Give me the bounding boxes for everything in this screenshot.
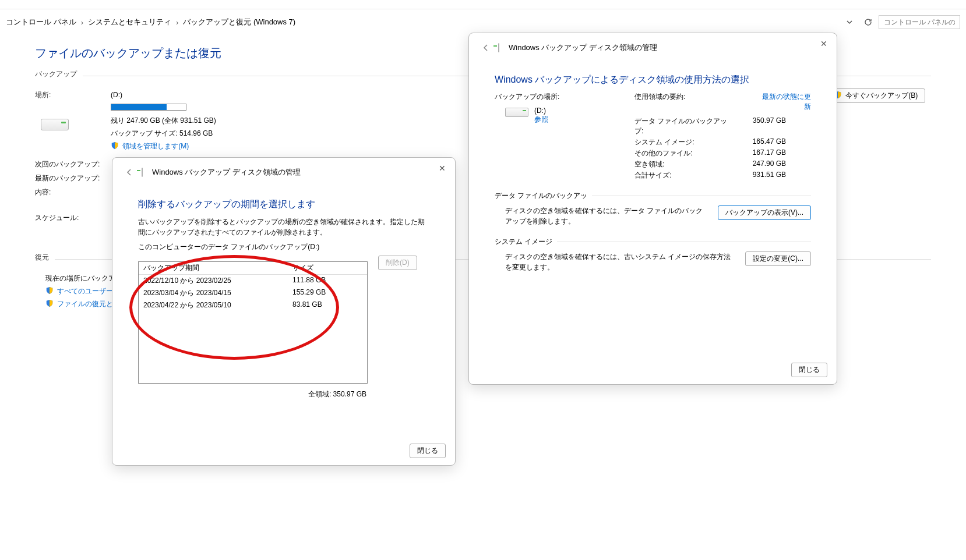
group-description: ディスクの空き領域を確保するには、データ ファイルのバックアップを削除します。 [505, 205, 708, 226]
close-dialog-button[interactable]: 閉じる [410, 444, 446, 458]
summary-label: 空き領域: [634, 160, 734, 169]
summary-label: システム イメージ: [634, 137, 734, 147]
summary-value: 350.97 GB [734, 116, 786, 136]
shield-icon [111, 141, 119, 149]
list-item[interactable]: 2022/12/10 から 2023/02/25111.88 GB [139, 275, 367, 287]
browse-link[interactable]: 参照 [534, 115, 548, 125]
breadcrumb-item[interactable]: システムとセキュリティ [88, 17, 171, 27]
section-header-backup: バックアップ [35, 69, 77, 79]
change-settings-button[interactable]: 設定の変更(C)... [745, 251, 811, 266]
summary-label: その他のファイル: [634, 148, 734, 158]
manage-space-link[interactable]: 領域を管理します(M) [122, 142, 189, 150]
restore-file-link[interactable]: ファイルの復元と [57, 300, 113, 308]
dialog-description: 古いバックアップを削除するとバックアップの場所の空き領域が確保されます。指定した… [138, 217, 429, 238]
refresh-button[interactable] [860, 14, 876, 30]
dialog-title: Windows バックアップ ディスク領域の管理 [509, 42, 657, 53]
list-item[interactable]: 2023/03/04 から 2023/04/15155.29 GB [139, 287, 367, 299]
dialog-heading: 削除するバックアップの期間を選択します [138, 199, 429, 211]
chevron-right-icon: › [175, 18, 179, 27]
label-latest-backup: 最新のバックアップ: [35, 172, 105, 184]
close-dialog-button[interactable]: 閉じる [791, 363, 827, 377]
breadcrumb-item[interactable]: コントロール パネル [6, 17, 76, 27]
breadcrumb-item[interactable]: バックアップと復元 (Windows 7) [183, 17, 295, 27]
back-button[interactable] [480, 41, 492, 54]
column-header-size[interactable]: サイズ [292, 263, 362, 273]
total-space-label: 全領域: 350.97 GB [138, 384, 368, 399]
disk-icon [142, 168, 143, 177]
summary-value: 167.17 GB [734, 148, 786, 158]
delete-button: 削除(D) [378, 256, 417, 270]
summary-value: 165.47 GB [734, 137, 786, 147]
list-item[interactable]: 2023/04/22 から 2023/05/1083.81 GB [139, 299, 367, 311]
backup-period-list[interactable]: バックアップ期間 サイズ 2022/12/10 から 2023/02/25111… [138, 261, 368, 384]
label-schedule: スケジュール: [35, 212, 105, 224]
search-input[interactable] [879, 15, 960, 29]
summary-label: 合計サイズ: [634, 171, 734, 180]
close-button[interactable]: ✕ [433, 160, 452, 176]
label-content: 内容: [35, 186, 105, 198]
address-bar: コントロール パネル › システムとセキュリティ › バックアップと復元 (Wi… [0, 9, 966, 35]
backup-source-label: このコンピューターのデータ ファイルのバックアップ(D:) [138, 242, 429, 252]
summary-label: データ ファイルのバックアップ: [634, 116, 734, 136]
label-next-backup: 次回のバックアップ: [35, 158, 105, 170]
column-header-period[interactable]: バックアップ期間 [143, 263, 292, 273]
disk-usage-bar [111, 104, 186, 111]
drive-letter: (D:) [534, 107, 548, 115]
select-backup-period-dialog: ✕ Windows バックアップ ディスク領域の管理 削除するバックアップの期間… [112, 157, 456, 466]
backup-location-label: バックアップの場所: [495, 92, 629, 102]
group-label-data-files: データ ファイルのバックアッ [495, 191, 587, 201]
refresh-link[interactable]: 最新の状態に更新 [759, 92, 811, 112]
dropdown-button[interactable] [841, 14, 858, 30]
summary-value: 247.90 GB [734, 160, 786, 169]
label-location: 場所: [35, 88, 105, 101]
disk-icon [505, 108, 528, 117]
backup-now-button[interactable]: 今すぐバックアップ(B) [826, 88, 925, 103]
view-backups-button[interactable]: バックアップの表示(V)... [718, 205, 811, 220]
summary-value: 931.51 GB [734, 171, 786, 180]
shield-icon [45, 299, 54, 307]
disk-icon [498, 43, 499, 52]
group-description: ディスクの空き領域を確保するには、古いシステム イメージの保存方法を変更します。 [505, 251, 736, 272]
disk-icon [41, 119, 69, 130]
chevron-right-icon: › [80, 18, 84, 27]
dialog-heading: Windows バックアップによるディスク領域の使用方法の選択 [495, 74, 811, 86]
disk-space-management-dialog: ✕ Windows バックアップ ディスク領域の管理 Windows バックアッ… [468, 33, 837, 385]
group-label-system-image: システム イメージ [495, 237, 552, 247]
section-header-restore: 復元 [35, 253, 49, 263]
dialog-title: Windows バックアップ ディスク領域の管理 [152, 167, 301, 178]
usage-summary-label: 使用領域の要約: [634, 92, 685, 112]
shield-icon [45, 286, 54, 294]
back-button[interactable] [123, 166, 136, 179]
close-button[interactable]: ✕ [815, 36, 833, 52]
